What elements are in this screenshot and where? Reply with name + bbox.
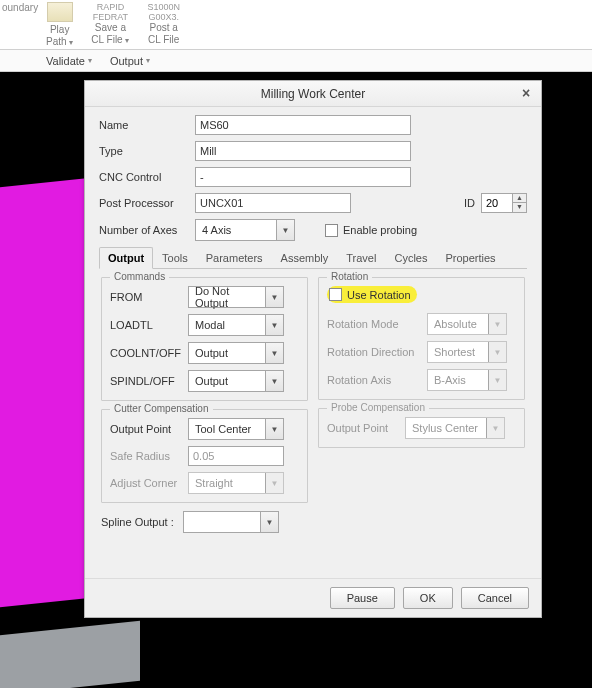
from-combo[interactable]: Do Not Output ▼ bbox=[188, 286, 284, 308]
milling-work-center-dialog: Milling Work Center × Name Type CNC Cont… bbox=[84, 80, 542, 618]
probe-comp-legend: Probe Compensation bbox=[327, 402, 429, 413]
probe-output-point-value: Stylus Center bbox=[412, 422, 478, 434]
safe-radius-label: Safe Radius bbox=[110, 450, 188, 462]
chevron-down-icon: ▼ bbox=[488, 342, 506, 362]
enable-probing-label: Enable probing bbox=[343, 224, 417, 236]
adjust-corner-value: Straight bbox=[195, 477, 233, 489]
use-rotation-checkbox[interactable]: Use Rotation bbox=[329, 288, 411, 301]
from-label: FROM bbox=[110, 291, 188, 303]
menu-output[interactable]: Output▾ bbox=[110, 55, 150, 67]
coolnt-combo[interactable]: Output ▼ bbox=[188, 342, 284, 364]
chevron-down-icon: ▼ bbox=[488, 314, 506, 334]
enable-probing-checkbox[interactable]: Enable probing bbox=[325, 224, 417, 237]
output-point-label: Output Point bbox=[110, 423, 188, 435]
spin-down-icon[interactable]: ▼ bbox=[513, 203, 526, 212]
coolnt-label: COOLNT/OFF bbox=[110, 347, 188, 359]
probe-output-point-label: Output Point bbox=[327, 422, 405, 434]
tab-assembly[interactable]: Assembly bbox=[272, 247, 338, 268]
rotation-axis-combo: B-Axis ▼ bbox=[427, 369, 507, 391]
spindl-label: SPINDL/OFF bbox=[110, 375, 188, 387]
pause-button[interactable]: Pause bbox=[330, 587, 395, 609]
rotation-fieldset: Rotation Use Rotation Rotation Mode bbox=[318, 277, 525, 400]
spline-output-label: Spline Output : bbox=[101, 516, 183, 528]
chevron-down-icon: ▾ bbox=[146, 56, 150, 65]
chevron-down-icon: ▼ bbox=[265, 287, 283, 307]
rotation-direction-combo: Shortest ▼ bbox=[427, 341, 507, 363]
commands-fieldset: Commands FROM Do Not Output ▼ LOADTL Mod bbox=[101, 277, 308, 401]
commands-legend: Commands bbox=[110, 271, 169, 282]
tab-strip: Output Tools Parameters Assembly Travel … bbox=[99, 247, 527, 269]
checkbox-icon bbox=[325, 224, 338, 237]
dialog-button-bar: Pause OK Cancel bbox=[85, 578, 541, 617]
output-point-combo[interactable]: Tool Center ▼ bbox=[188, 418, 284, 440]
chevron-down-icon: ▼ bbox=[265, 473, 283, 493]
chevron-down-icon: ▼ bbox=[488, 370, 506, 390]
spindl-value: Output bbox=[195, 375, 228, 387]
dialog-title: Milling Work Center bbox=[261, 87, 365, 101]
name-label: Name bbox=[99, 119, 195, 131]
ribbon-label: Post aCL File bbox=[148, 22, 179, 46]
axes-combo[interactable]: 4 Axis ▼ bbox=[195, 219, 295, 241]
id-label: ID bbox=[464, 197, 475, 209]
output-point-value: Tool Center bbox=[195, 423, 251, 435]
rotation-axis-label: Rotation Axis bbox=[327, 374, 427, 386]
id-input[interactable] bbox=[482, 194, 512, 212]
tab-output-pane: Commands FROM Do Not Output ▼ LOADTL Mod bbox=[99, 269, 527, 541]
menubar: Validate▾ Output▾ bbox=[0, 50, 592, 72]
tab-output[interactable]: Output bbox=[99, 247, 153, 269]
ribbon-caption: RAPIDFEDRAT bbox=[93, 2, 128, 22]
probe-output-point-combo: Stylus Center ▼ bbox=[405, 417, 505, 439]
cancel-button[interactable]: Cancel bbox=[461, 587, 529, 609]
rotation-direction-label: Rotation Direction bbox=[327, 346, 427, 358]
play-path-icon bbox=[47, 2, 73, 22]
cnc-control-input[interactable] bbox=[195, 167, 411, 187]
name-input[interactable] bbox=[195, 115, 411, 135]
loadtl-value: Modal bbox=[195, 319, 225, 331]
ribbon-label: Save aCL File ▾ bbox=[91, 22, 129, 47]
chevron-down-icon: ▾ bbox=[88, 56, 92, 65]
loadtl-combo[interactable]: Modal ▼ bbox=[188, 314, 284, 336]
tab-tools[interactable]: Tools bbox=[153, 247, 197, 268]
id-spinner[interactable]: ▲ ▼ bbox=[481, 193, 527, 213]
rotation-axis-value: B-Axis bbox=[434, 374, 466, 386]
tab-properties[interactable]: Properties bbox=[436, 247, 504, 268]
chevron-down-icon: ▼ bbox=[265, 371, 283, 391]
ribbon-save-cl-file[interactable]: RAPIDFEDRAT Save aCL File ▾ bbox=[91, 2, 129, 49]
chevron-down-icon: ▼ bbox=[265, 343, 283, 363]
cutter-comp-fieldset: Cutter Compensation Output Point Tool Ce… bbox=[101, 409, 308, 503]
ribbon: oundary PlayPath ▾ RAPIDFEDRAT Save aCL … bbox=[0, 0, 592, 50]
dialog-titlebar: Milling Work Center × bbox=[85, 81, 541, 107]
chevron-down-icon: ▼ bbox=[276, 220, 294, 240]
adjust-corner-label: Adjust Corner bbox=[110, 477, 188, 489]
ribbon-play-path[interactable]: PlayPath ▾ bbox=[46, 2, 73, 49]
spline-output-combo[interactable]: ▼ bbox=[183, 511, 279, 533]
chevron-down-icon: ▼ bbox=[265, 419, 283, 439]
post-processor-input[interactable] bbox=[195, 193, 351, 213]
ok-button[interactable]: OK bbox=[403, 587, 453, 609]
menu-validate[interactable]: Validate▾ bbox=[46, 55, 92, 67]
spindl-combo[interactable]: Output ▼ bbox=[188, 370, 284, 392]
checkbox-icon bbox=[329, 288, 342, 301]
probe-comp-fieldset: Probe Compensation Output Point Stylus C… bbox=[318, 408, 525, 448]
close-button[interactable]: × bbox=[517, 85, 535, 101]
tab-cycles[interactable]: Cycles bbox=[385, 247, 436, 268]
model-geometry bbox=[0, 621, 140, 688]
rotation-mode-combo: Absolute ▼ bbox=[427, 313, 507, 335]
rotation-legend: Rotation bbox=[327, 271, 372, 282]
dialog-body: Name Type CNC Control Post Processor ID … bbox=[85, 107, 541, 578]
tab-parameters[interactable]: Parameters bbox=[197, 247, 272, 268]
spin-up-icon[interactable]: ▲ bbox=[513, 194, 526, 203]
loadtl-label: LOADTL bbox=[110, 319, 188, 331]
chevron-down-icon: ▼ bbox=[486, 418, 504, 438]
tab-travel[interactable]: Travel bbox=[337, 247, 385, 268]
use-rotation-label: Use Rotation bbox=[347, 289, 411, 301]
axes-label: Number of Axes bbox=[99, 224, 195, 236]
type-input[interactable] bbox=[195, 141, 411, 161]
from-value: Do Not Output bbox=[195, 285, 265, 309]
rotation-mode-label: Rotation Mode bbox=[327, 318, 427, 330]
adjust-corner-combo: Straight ▼ bbox=[188, 472, 284, 494]
safe-radius-input bbox=[188, 446, 284, 466]
type-label: Type bbox=[99, 145, 195, 157]
ribbon-post-cl-file[interactable]: S1000NG00X3. Post aCL File bbox=[147, 2, 180, 49]
highlight-annotation: Use Rotation bbox=[327, 286, 417, 303]
